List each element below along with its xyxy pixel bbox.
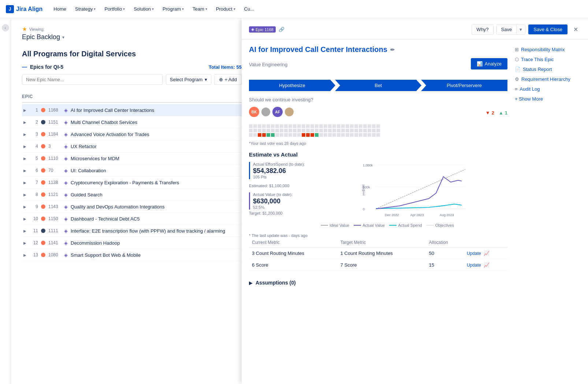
new-epic-input[interactable]	[22, 74, 163, 85]
last-update: * The last update was - days ago	[249, 233, 507, 238]
epic-name: Advanced Voice Activation for Trades	[71, 132, 242, 137]
sidebar-toggle[interactable]: ‹	[2, 24, 9, 31]
expand-icon[interactable]: ▶	[22, 107, 28, 113]
analyze-button[interactable]: 📊 Analyze	[471, 58, 507, 69]
table-row[interactable]: ▶ 2 1151 ◈ Multi Channel Chatbot Service…	[22, 116, 242, 128]
requirement-hierarchy-link[interactable]: ⚙ Requirement Hierarchy	[515, 75, 581, 83]
collapse-icon[interactable]: —	[22, 64, 27, 70]
epic-id: 3	[48, 144, 61, 149]
status-dot	[41, 120, 45, 124]
save-button[interactable]: Save	[497, 25, 517, 34]
nav-team[interactable]: Team ▾	[189, 4, 211, 14]
expand-icon[interactable]: ▶	[22, 228, 28, 234]
table-row[interactable]: ▶ 10 1150 ◈ Dashboard - Technical Debt A…	[22, 213, 242, 225]
doc-icon: 📄	[515, 67, 521, 72]
star-icon[interactable]: ★	[22, 26, 27, 33]
app-logo[interactable]: J Jira Align	[6, 5, 42, 13]
expand-icon[interactable]: ▶	[22, 143, 28, 149]
table-row[interactable]: ▶ 9 1143 ◈ Quality and DevOps Automation…	[22, 201, 242, 213]
nav-portfolio[interactable]: Portfolio ▾	[101, 4, 129, 14]
nav-product[interactable]: Product ▾	[212, 4, 239, 14]
grid-dot	[280, 133, 283, 137]
grid-dot	[271, 133, 275, 137]
legend-line-actual-spend	[389, 225, 397, 226]
epic-name: Multi Channel Chatbot Services	[71, 120, 242, 125]
epic-type-icon: ◈	[64, 120, 68, 125]
assumptions-row[interactable]: ▶ Assumptions (0)	[249, 277, 507, 289]
save-close-button[interactable]: Save & Close	[528, 25, 567, 34]
show-more-link[interactable]: + Show More	[515, 95, 581, 103]
grid-dot	[354, 129, 358, 132]
grid-dot	[271, 124, 275, 128]
expand-icon[interactable]: ▶	[22, 131, 28, 137]
table-row[interactable]: ▶ 5 1110 ◈ Microservices for MDM	[22, 153, 242, 165]
link-icon[interactable]: 🔗	[279, 27, 284, 32]
row-number: 10	[31, 216, 38, 221]
chevron-right-icon: ▶	[249, 280, 253, 286]
edit-icon[interactable]: ✏	[390, 47, 395, 53]
epic-name: Decommission Hadoop	[71, 240, 242, 246]
expand-icon[interactable]: ▶	[22, 240, 28, 246]
table-row[interactable]: ▶ 7 1138 ◈ Cryptocurrency Exploration - …	[22, 177, 242, 189]
chevron-down-icon[interactable]: ▾	[62, 35, 64, 40]
pipeline-step-hypothesize[interactable]: Hypothesize	[249, 80, 335, 91]
nav-strategy[interactable]: Strategy ▾	[71, 4, 99, 14]
grid-dot	[275, 124, 279, 128]
detail-panel: ◈ Epic 1168 🔗 Why? Save ▾ Save & Close ✕	[242, 18, 588, 384]
table-row[interactable]: ▶ 12 1141 ◈ Decommission Hadoop	[22, 237, 242, 249]
table-row[interactable]: ▶ 8 1121 ◈ Guided Search	[22, 189, 242, 201]
epic-rows-container: ▶ 1 1168 ◈ AI for Improved Call Center I…	[22, 104, 242, 261]
expand-icon[interactable]: ▶	[22, 119, 28, 125]
epic-id: 1168	[48, 108, 61, 113]
expand-icon[interactable]: ▶	[22, 180, 28, 185]
detail-header-right: Why? Save ▾ Save & Close ✕	[472, 24, 581, 35]
save-arrow-button[interactable]: ▾	[517, 25, 525, 34]
grid-dot	[306, 133, 310, 137]
update-link[interactable]: Update	[467, 251, 481, 256]
status-report-link[interactable]: 📄 Status Report	[515, 65, 581, 74]
vote-up[interactable]: ▲ 1	[499, 110, 507, 116]
nav-program[interactable]: Program ▾	[159, 4, 187, 14]
plus-icon: ⊕	[219, 77, 223, 82]
table-row[interactable]: ▶ 4 3 ◈ UX Refactor	[22, 140, 242, 153]
expand-icon[interactable]: ▶	[22, 216, 28, 222]
grid-dot	[297, 124, 301, 128]
row-number: 9	[31, 204, 38, 209]
expand-icon[interactable]: ▶	[22, 204, 28, 210]
close-button[interactable]: ✕	[570, 25, 581, 35]
grid-dot	[297, 133, 301, 137]
expand-icon[interactable]: ▶	[22, 252, 28, 258]
expand-icon[interactable]: ▶	[22, 155, 28, 161]
vote-down[interactable]: ▼ 2	[485, 110, 494, 116]
update-link[interactable]: Update	[467, 263, 481, 268]
chart-left: Actual Effort/Spend (to date): $54,382.0…	[249, 162, 315, 227]
table-row[interactable]: ▶ 11 1111 ◈ Interface: E2E transcription…	[22, 225, 242, 237]
table-header: Epic	[22, 91, 242, 103]
svg-text:Aug 2023: Aug 2023	[440, 213, 454, 217]
table-row[interactable]: ▶ 6 70 ◈ UI: Collaboration	[22, 165, 242, 177]
trace-epic-link[interactable]: ⬡ Trace This Epic	[515, 55, 581, 64]
audit-log-link[interactable]: ≡ Audit Log	[515, 85, 581, 93]
why-button[interactable]: Why?	[472, 24, 493, 35]
pipeline-step-pivot[interactable]: Pivot/Perservere	[421, 80, 507, 91]
table-row[interactable]: ▶ 1 1168 ◈ AI for Improved Call Center I…	[22, 104, 242, 116]
grid-dot	[376, 124, 380, 128]
table-row[interactable]: ▶ 3 1184 ◈ Advanced Voice Activation for…	[22, 128, 242, 140]
expand-icon[interactable]: ▶	[22, 192, 28, 197]
svg-text:Apr 2023: Apr 2023	[410, 213, 424, 217]
grid-dot	[275, 133, 279, 137]
add-epic-button[interactable]: ⊕ + Add	[214, 74, 242, 85]
select-program-dropdown[interactable]: Select Program ▾	[166, 74, 212, 85]
nav-home[interactable]: Home	[50, 4, 70, 14]
invest-question: Should we continue investing?	[249, 97, 507, 102]
pipeline-step-bet[interactable]: Bet	[335, 80, 421, 91]
gear-icon: ⚙	[515, 76, 519, 82]
epic-id: 1121	[48, 192, 61, 197]
nav-cu[interactable]: Cu...	[241, 4, 258, 14]
grid-dot	[293, 129, 297, 132]
expand-icon[interactable]: ▶	[22, 167, 28, 173]
nav-solution[interactable]: Solution ▾	[130, 4, 157, 14]
grid-dot	[341, 133, 345, 137]
responsibility-matrix-link[interactable]: ⊞ Responsibility Matrix	[515, 45, 581, 54]
table-row[interactable]: ▶ 13 1080 ◈ Smart Support Bot Web & Mobi…	[22, 249, 242, 261]
